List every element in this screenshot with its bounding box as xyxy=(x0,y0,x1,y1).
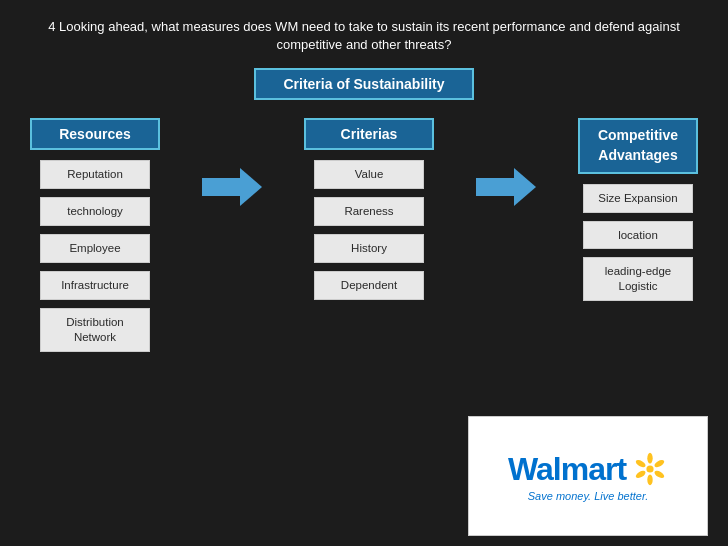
list-item: leading-edge Logistic xyxy=(583,257,693,301)
list-item: Employee xyxy=(40,234,150,263)
svg-point-1 xyxy=(647,453,652,464)
column-resources: Resources Reputation technology Employee… xyxy=(30,118,160,360)
svg-point-6 xyxy=(635,459,647,469)
walmart-brand-text: Walmart xyxy=(508,451,626,488)
criteria-label: Criteria of Sustainability xyxy=(254,68,474,100)
list-item: technology xyxy=(40,197,150,226)
svg-point-2 xyxy=(653,459,665,469)
svg-point-0 xyxy=(646,465,653,472)
list-item: Value xyxy=(314,160,424,189)
arrow-resources-to-criterias xyxy=(197,168,267,206)
walmart-tagline: Save money. Live better. xyxy=(528,490,648,502)
arrow-icon xyxy=(476,168,536,206)
list-item: Infrastructure xyxy=(40,271,150,300)
list-item: Distribution Network xyxy=(40,308,150,352)
resources-header: Resources xyxy=(30,118,160,150)
arrow-criterias-to-advantages xyxy=(471,168,541,206)
advantages-header: Competitive Advantages xyxy=(578,118,698,173)
list-item: Size Expansion xyxy=(583,184,693,213)
list-item: Dependent xyxy=(314,271,424,300)
walmart-logo-box: Walmart Save money. Live better. xyxy=(468,416,708,536)
list-item: Rareness xyxy=(314,197,424,226)
svg-point-4 xyxy=(647,474,652,485)
criterias-header: Criterias xyxy=(304,118,434,150)
column-advantages: Competitive Advantages Size Expansion lo… xyxy=(578,118,698,309)
svg-point-5 xyxy=(635,469,647,479)
list-item: Reputation xyxy=(40,160,150,189)
list-item: History xyxy=(314,234,424,263)
arrow-icon xyxy=(202,168,262,206)
walmart-logo-row: Walmart xyxy=(508,451,668,488)
svg-point-3 xyxy=(653,469,665,479)
page-container: 4 Looking ahead, what measures does WM n… xyxy=(0,0,728,546)
columns-container: Resources Reputation technology Employee… xyxy=(20,118,708,360)
column-criterias: Criterias Value Rareness History Depende… xyxy=(304,118,434,308)
walmart-spark-icon xyxy=(632,451,668,487)
list-item: location xyxy=(583,221,693,250)
question-text: 4 Looking ahead, what measures does WM n… xyxy=(20,18,708,54)
